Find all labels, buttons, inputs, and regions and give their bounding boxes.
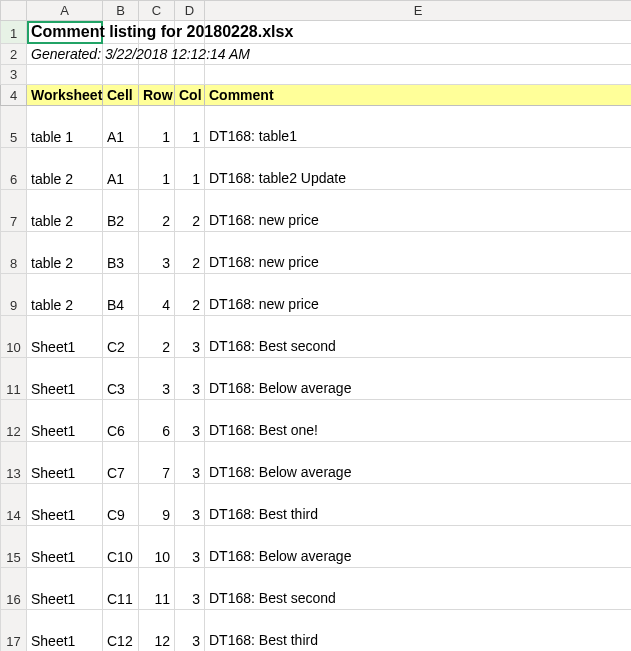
cell-worksheet[interactable]: Sheet1 <box>27 484 103 526</box>
row-header-10[interactable]: 10 <box>1 316 27 358</box>
cell-ref[interactable]: C2 <box>103 316 139 358</box>
cell-B3[interactable] <box>103 65 139 85</box>
col-header-E[interactable]: E <box>205 1 632 21</box>
select-all-corner[interactable] <box>1 1 27 21</box>
row-header-14[interactable]: 14 <box>1 484 27 526</box>
cell-A2[interactable]: Generated: 3/22/2018 12:12:14 AM <box>27 44 103 65</box>
cell-worksheet[interactable]: table 2 <box>27 232 103 274</box>
cell-col[interactable]: 2 <box>175 274 205 316</box>
cell-row[interactable]: 3 <box>139 358 175 400</box>
cell-ref[interactable]: C3 <box>103 358 139 400</box>
cell-comment[interactable]: DT168: table1 <box>205 106 632 148</box>
cell-ref[interactable]: B3 <box>103 232 139 274</box>
row-header-12[interactable]: 12 <box>1 400 27 442</box>
cell-ref[interactable]: C9 <box>103 484 139 526</box>
row-header-11[interactable]: 11 <box>1 358 27 400</box>
cell-A1[interactable]: Comment listing for 20180228.xlsx <box>27 21 103 44</box>
col-header-A[interactable]: A <box>27 1 103 21</box>
cell-row[interactable]: 2 <box>139 190 175 232</box>
cell-ref[interactable]: A1 <box>103 106 139 148</box>
cell-ref[interactable]: B4 <box>103 274 139 316</box>
cell-comment[interactable]: DT168: new price <box>205 190 632 232</box>
cell-worksheet[interactable]: Sheet1 <box>27 526 103 568</box>
cell-comment[interactable]: DT168: Best second <box>205 316 632 358</box>
cell-row[interactable]: 6 <box>139 400 175 442</box>
row-header-7[interactable]: 7 <box>1 190 27 232</box>
row-header-13[interactable]: 13 <box>1 442 27 484</box>
row-header-9[interactable]: 9 <box>1 274 27 316</box>
cell-ref[interactable]: C12 <box>103 610 139 652</box>
row-header-17[interactable]: 17 <box>1 610 27 652</box>
cell-col[interactable]: 2 <box>175 190 205 232</box>
col-header-B[interactable]: B <box>103 1 139 21</box>
cell-worksheet[interactable]: Sheet1 <box>27 442 103 484</box>
cell-col[interactable]: 3 <box>175 400 205 442</box>
hdr-row[interactable]: Row <box>139 85 175 106</box>
cell-col[interactable]: 3 <box>175 526 205 568</box>
cell-comment[interactable]: DT168: table2 Update <box>205 148 632 190</box>
cell-row[interactable]: 7 <box>139 442 175 484</box>
hdr-cell[interactable]: Cell <box>103 85 139 106</box>
row-header-1[interactable]: 1 <box>1 21 27 44</box>
cell-comment[interactable]: DT168: Below average <box>205 358 632 400</box>
cell-col[interactable]: 3 <box>175 610 205 652</box>
cell-comment[interactable]: DT168: Best second <box>205 568 632 610</box>
cell-col[interactable]: 3 <box>175 568 205 610</box>
cell-worksheet[interactable]: Sheet1 <box>27 610 103 652</box>
col-header-C[interactable]: C <box>139 1 175 21</box>
cell-ref[interactable]: C6 <box>103 400 139 442</box>
cell-worksheet[interactable]: table 2 <box>27 274 103 316</box>
spreadsheet-grid[interactable]: A B C D E 1 Comment listing for 20180228… <box>0 0 631 651</box>
row-header-15[interactable]: 15 <box>1 526 27 568</box>
cell-A3[interactable] <box>27 65 103 85</box>
cell-ref[interactable]: C10 <box>103 526 139 568</box>
cell-worksheet[interactable]: table 1 <box>27 106 103 148</box>
cell-ref[interactable]: C11 <box>103 568 139 610</box>
cell-comment[interactable]: DT168: Below average <box>205 442 632 484</box>
cell-E3[interactable] <box>205 65 632 85</box>
cell-col[interactable]: 3 <box>175 484 205 526</box>
row-header-16[interactable]: 16 <box>1 568 27 610</box>
cell-row[interactable]: 3 <box>139 232 175 274</box>
cell-col[interactable]: 3 <box>175 442 205 484</box>
cell-row[interactable]: 1 <box>139 106 175 148</box>
cell-D3[interactable] <box>175 65 205 85</box>
cell-comment[interactable]: DT168: Below average <box>205 526 632 568</box>
cell-row[interactable]: 1 <box>139 148 175 190</box>
cell-worksheet[interactable]: Sheet1 <box>27 316 103 358</box>
cell-row[interactable]: 9 <box>139 484 175 526</box>
cell-worksheet[interactable]: table 2 <box>27 148 103 190</box>
cell-worksheet[interactable]: Sheet1 <box>27 568 103 610</box>
cell-ref[interactable]: C7 <box>103 442 139 484</box>
cell-comment[interactable]: DT168: Best third <box>205 484 632 526</box>
row-header-8[interactable]: 8 <box>1 232 27 274</box>
cell-E2[interactable] <box>205 44 632 65</box>
cell-worksheet[interactable]: table 2 <box>27 190 103 232</box>
row-header-2[interactable]: 2 <box>1 44 27 65</box>
cell-worksheet[interactable]: Sheet1 <box>27 400 103 442</box>
row-header-4[interactable]: 4 <box>1 85 27 106</box>
cell-row[interactable]: 10 <box>139 526 175 568</box>
cell-comment[interactable]: DT168: new price <box>205 232 632 274</box>
cell-comment[interactable]: DT168: new price <box>205 274 632 316</box>
cell-ref[interactable]: B2 <box>103 190 139 232</box>
col-header-D[interactable]: D <box>175 1 205 21</box>
cell-col[interactable]: 3 <box>175 316 205 358</box>
row-header-3[interactable]: 3 <box>1 65 27 85</box>
row-header-6[interactable]: 6 <box>1 148 27 190</box>
row-header-5[interactable]: 5 <box>1 106 27 148</box>
cell-comment[interactable]: DT168: Best one! <box>205 400 632 442</box>
hdr-comment[interactable]: Comment <box>205 85 632 106</box>
hdr-worksheet[interactable]: Worksheet <box>27 85 103 106</box>
cell-row[interactable]: 12 <box>139 610 175 652</box>
cell-row[interactable]: 2 <box>139 316 175 358</box>
cell-comment[interactable]: DT168: Best third <box>205 610 632 652</box>
cell-col[interactable]: 1 <box>175 148 205 190</box>
cell-C3[interactable] <box>139 65 175 85</box>
hdr-col[interactable]: Col <box>175 85 205 106</box>
cell-ref[interactable]: A1 <box>103 148 139 190</box>
cell-worksheet[interactable]: Sheet1 <box>27 358 103 400</box>
cell-row[interactable]: 11 <box>139 568 175 610</box>
cell-row[interactable]: 4 <box>139 274 175 316</box>
cell-col[interactable]: 2 <box>175 232 205 274</box>
